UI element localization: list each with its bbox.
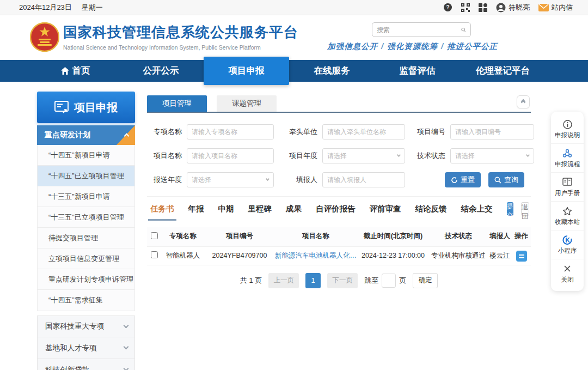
field-filler: 填报人 [289,172,405,187]
query-button[interactable]: 查询 [488,172,524,187]
subtab-task-book[interactable]: 任务书 [150,204,174,214]
document-subtabs: 任务书 年报 中期 里程碑 成果 自评价报告 评前审查 结论反馈 结余上交 提交… [147,196,531,222]
field-project-year: 项目年度 请选择 [289,148,405,163]
envelope-icon [538,4,549,11]
user-name: 符晓亮 [509,3,530,13]
search-input[interactable] [377,26,461,34]
sidebar-group-key-rd-plan[interactable]: 重点研发计划 [37,125,135,145]
panel-item-close[interactable]: 关闭 [551,259,584,288]
lead-unit-input[interactable] [322,124,405,139]
page-total: 共 1 页 [240,276,262,286]
search-icon [494,177,501,184]
site-mail[interactable]: 站内信 [538,3,573,13]
subtab-surplus-submission[interactable]: 结余上交 [461,204,493,214]
tab-topic-management[interactable]: 课题管理 [217,95,277,112]
sidebar-accordion-sci-innovation[interactable]: 科技创新贷款 [37,359,135,370]
operation-form-icon[interactable] [516,251,527,262]
reset-button[interactable]: 重置 [445,172,481,187]
field-project-name: 项目名称 [154,148,274,163]
national-emblem-logo [30,22,59,52]
topbar-right: ? 符晓亮 站内信 [443,3,573,13]
slogan: 加强信息公开/强化资源统筹/推进公平公正 [327,41,498,52]
apps-grid-icon[interactable] [479,3,487,12]
page-1-button[interactable]: 1 [305,273,321,288]
qr-code-icon[interactable] [461,3,470,12]
col-filler: 填报人 [488,227,512,246]
page: 2024年12月23日 星期一 ? 符晓亮 站内信 [0,0,588,370]
sidebar-header-project-application[interactable]: 项目申报 [37,92,135,123]
chevron-down-icon [124,344,129,350]
next-page-button[interactable]: 下一页 [327,273,358,288]
user-menu[interactable]: 符晓亮 [496,3,530,13]
nav-item-supervision[interactable]: 监督评估 [375,60,460,82]
sidebar-item-145-new-application[interactable]: “十四五”新项目申请 [38,145,134,166]
cell-filler: 楼云江 [488,246,512,265]
avatar-icon [496,3,506,13]
tech-status-select[interactable]: 请选择 [450,148,534,163]
mail-label: 站内信 [552,3,573,13]
panel-item-bookmark-site[interactable]: 收藏本站 [551,202,584,231]
col-project-no: 项目编号 [205,227,274,246]
subtab-conclusion-feedback[interactable]: 结论反馈 [415,204,447,214]
sidebar-item-145-approved-management[interactable]: “十四五”已立项项目管理 [38,166,134,186]
special-name-input[interactable] [187,124,274,139]
jump-suffix: 页 [399,276,406,286]
field-special-name: 专项名称 [154,124,274,139]
nav-item-ethics-platform[interactable]: 伦理登记平台 [460,60,546,82]
chevron-down-icon [266,177,270,180]
slogan-1: 加强信息公开 [327,42,378,51]
subtab-midterm[interactable]: 中期 [218,204,234,214]
sidebar-item-145-demand-collection[interactable]: “十四五”需求征集 [38,290,134,311]
project-no-input[interactable] [450,124,534,139]
submit-button[interactable]: 提交 [507,202,514,216]
sidebar-item-info-change[interactable]: 立项项目信息变更管理 [38,248,134,269]
nav-item-public[interactable]: 公开公示 [118,60,204,82]
subtab-results[interactable]: 成果 [286,204,302,214]
tabs-row: 项目管理 课题管理 [147,95,531,113]
report-year-select[interactable]: 请选择 [187,172,274,187]
search-icon[interactable] [461,26,466,34]
chevron-up-icon [124,134,130,139]
sidebar-item-appeal-management[interactable]: 重点研发计划专项申诉管理 [38,269,134,290]
panel-item-user-manual[interactable]: 用户手册 [551,173,584,202]
collapse-panel-button[interactable] [517,95,530,108]
subtab-self-evaluation[interactable]: 自评价报告 [316,204,356,214]
date-text: 2024年12月23日 [19,3,72,13]
panel-item-application-instructions[interactable]: 申报说明 [551,115,584,144]
row-checkbox[interactable] [151,251,158,258]
sidebar-accordion-bases-talents[interactable]: 基地和人才专项 [37,337,135,359]
search-form: 专项名称 牵头单位 项目编号 项目名称 [147,124,531,187]
return-button[interactable]: 退回 [521,202,529,216]
confirm-jump-button[interactable]: 确定 [413,273,438,288]
main-nav: 首页 公开公示 项目申报 在线服务 监督评估 伦理登记平台 [0,60,588,82]
col-special-name: 专项名称 [161,227,205,246]
sidebar-accordion-major-projects[interactable]: 国家科技重大专项 [37,316,135,337]
refresh-icon [451,177,458,184]
project-name-input[interactable] [187,148,274,163]
svg-text:?: ? [446,4,449,10]
subtab-pre-review[interactable]: 评前审查 [370,204,401,214]
nav-item-home[interactable]: 首页 [33,60,118,82]
table-header-row: 专项名称 项目编号 项目名称 截止时间(北京时间) 技术状态 填报人 操作 [147,227,531,246]
sidebar-item-135-approved-management[interactable]: “十三五”已立项项目管理 [38,207,134,228]
chevron-down-icon [397,153,401,156]
nav-item-online-service[interactable]: 在线服务 [289,60,375,82]
subtab-milestone[interactable]: 里程碑 [248,204,272,214]
jump-page-input[interactable] [382,274,396,288]
field-lead-unit: 牵头单位 [289,124,405,139]
close-icon [564,264,571,274]
panel-item-mini-program[interactable]: K 小程序 [551,231,584,259]
tab-project-management[interactable]: 项目管理 [147,95,207,112]
sidebar-item-135-new-application[interactable]: “十三五”新项目申请 [38,186,134,207]
panel-item-application-process[interactable]: 申报流程 [551,144,584,173]
help-circle-icon[interactable]: ? [443,3,452,12]
project-year-select[interactable]: 请选择 [322,148,405,163]
nav-item-project-application[interactable]: 项目申报 [204,57,289,85]
filler-input[interactable] [322,172,405,187]
project-name-link[interactable]: 新能源汽车电池机器人化… [275,252,357,259]
sidebar-item-pending-projects[interactable]: 待提交项目管理 [38,228,134,248]
field-tech-status: 技术状态 请选择 [417,148,534,163]
prev-page-button[interactable]: 上一页 [268,273,299,288]
subtab-annual-report[interactable]: 年报 [188,204,204,214]
select-all-checkbox[interactable] [151,232,158,239]
